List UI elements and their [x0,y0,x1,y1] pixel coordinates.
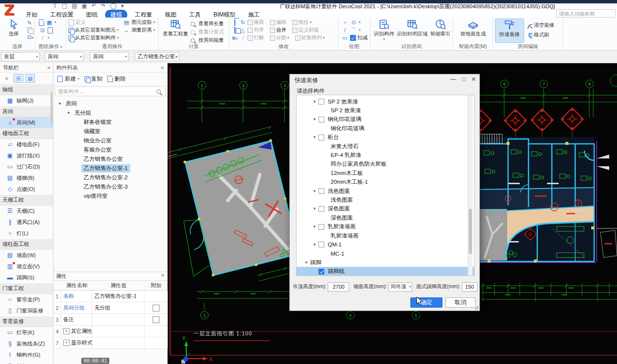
export-icon[interactable]: ⇧ [53,2,57,9]
paste-icon[interactable] [27,27,32,33]
arc-tool-icon[interactable]: ⌒ [350,27,357,34]
dialog-tree-row[interactable]: ▼ 同办公家具色防火胶板 [297,160,474,169]
dialog-tree-row[interactable]: ▼ 20mm木工板-1 [297,178,474,187]
open-folder-icon[interactable]: ▤ [71,2,77,9]
push-pull-button[interactable]: 推拉▾ [292,19,319,26]
sidebar-item[interactable]: 楼地面工程 [0,128,53,139]
split-button[interactable]: 分割▾ [270,35,294,41]
more-icon[interactable]: ▾ [121,2,124,9]
minimize-icon[interactable]: — [448,76,458,83]
dialog-tree-row[interactable]: ▼ 乳胶漆墙画 [297,222,474,231]
dialog-tree-row[interactable]: ▼ 浅色图案 [297,187,474,195]
offset-button[interactable]: 偏移 [270,19,291,26]
component-checkbox[interactable] [318,117,324,122]
dialog-tree-row[interactable]: ▼ EP-4 乳胶漆 [297,151,474,159]
new-component-button[interactable]: 新建▾ [57,75,80,83]
chevron-down-icon[interactable]: ▼ [313,225,318,229]
component-tree-row[interactable]: ▼ 财务收银室 [53,118,167,127]
ok-button[interactable]: 确定 [410,297,442,308]
component-checkbox[interactable] [318,206,324,212]
view-formula-button[interactable]: 查看计算式 [191,28,224,36]
recognize-component-button[interactable]: 识别构件▾ [372,18,396,43]
chevron-down-icon[interactable]: ▼ [313,117,318,121]
clear-decorate-button[interactable]: 清空装修 [526,21,554,29]
skirting-height-input[interactable] [462,282,477,292]
property-row[interactable]: 7 +显示样式 [53,337,167,349]
sidebar-item[interactable]: ▱ 楼地面(F) [0,139,53,150]
app-logo[interactable]: Z [4,1,15,18]
dialog-tree-row[interactable]: ▼ 乳胶漆墙画 [297,231,474,240]
define-button[interactable]: 定义 [69,18,119,26]
chevron-down-icon[interactable]: ▼ [313,100,318,104]
sidebar-item[interactable]: ⌂ 房间(M) [0,117,53,128]
new-file-icon[interactable]: ▢ [62,2,67,9]
sidebar-item[interactable]: 零星装修 [0,316,53,327]
component-tree-row[interactable]: ▼ 客服办公室 [53,145,167,155]
undo-icon[interactable]: ↶ [91,2,96,9]
sidebar-item[interactable]: § 装饰线条(Z) [0,338,53,349]
smart-index-button[interactable]: 智能索引 [428,18,453,43]
dialog-tree-row[interactable]: ▼ 浅色图案 [297,195,474,204]
wall-height-select[interactable]: 同吊顶▾ [388,282,413,292]
component-select[interactable]: 乙方销售办公室-▾ [135,52,179,61]
component-checkbox[interactable] [318,135,324,140]
component-checkbox[interactable] [318,188,324,194]
property-row[interactable]: 3 +备注 [53,314,167,326]
sidebar-item[interactable]: ▭ 灯带(K) [0,327,53,338]
redo-icon[interactable]: ↷ [101,2,106,9]
dialog-tree-row[interactable]: ▼ 踢脚线 [297,267,474,276]
property-row[interactable]: 4 +其它属性 [53,326,167,337]
sidebar-item[interactable]: ▥ 墙立面(V) [0,261,53,272]
search-icon[interactable] [157,89,161,94]
sidebar-item[interactable]: 天棚工程 [0,195,53,206]
chevron-down-icon[interactable]: ▼ [313,189,318,193]
component-tree-row[interactable]: ▼ 乙方销售办公室-2 [53,173,167,182]
property-row[interactable]: 1 +名称 乙方销售办公室-1 [53,291,167,302]
component-tree-row[interactable]: ▼ 乙方销售办公室-3 [53,182,167,191]
copy-component-button[interactable]: 复制 [85,75,103,83]
select-tool-button[interactable]: 选择 [0,18,27,43]
eyedropper-icon[interactable]: ✎ [27,20,34,26]
component-type-select[interactable]: 房间▾ [90,52,129,61]
component-search-input[interactable] [55,88,156,95]
property-row[interactable]: 2 +房间分组 无分组 [53,302,167,314]
dialog-scrollbar[interactable] [468,95,473,276]
modify-delete-icon[interactable] [234,19,235,26]
collapse-icon[interactable]: ≡ [2,74,12,83]
dialog-tree-row[interactable]: ▼ 踢脚 [297,258,474,267]
sidebar-item[interactable]: ▤ 楼梯(B) [0,173,53,184]
copy-elements-button[interactable]: 从其它层复制图元▾ [69,26,119,34]
copy-components-button[interactable]: 从其它层复制构件▾ [69,34,119,42]
dialog-tree-row[interactable]: ▼ 钢化印花玻璃 [297,124,474,133]
chevron-down-icon[interactable]: ▼ [313,207,318,211]
sidebar-item[interactable]: 房间 [0,106,53,117]
component-checkbox[interactable] [318,99,324,104]
sidebar-item[interactable]: Ⅲ 栏杆(R) [0,361,53,364]
component-checkbox[interactable] [318,242,324,247]
dialog-tree-row[interactable]: ▼ 深色图案 [297,213,474,222]
modify-copy-icon[interactable] [234,27,235,34]
expand-icon[interactable]: + [63,328,70,334]
ceiling-height-input[interactable] [328,282,349,292]
measure-distance-button[interactable]: ↔测量距离▾ [123,26,156,34]
sidebar-item[interactable]: ▦ 轴网(J) [0,95,53,106]
sidebar-item[interactable]: ▬ 踢脚(S) [0,272,53,283]
sidebar-item[interactable]: ○ 灯(L) [0,228,53,239]
table-filter-icon[interactable]: ⊡▾ [27,34,34,41]
dialog-tree-row[interactable]: ▼ SP 2 效果漆 [297,97,474,106]
sheet-doc-icon[interactable] [48,27,53,34]
dialog-tree-row[interactable]: ▼ 柜台 [297,133,474,142]
generate-by-floor-button[interactable]: 按地面生成 [458,18,489,43]
chevron-down-icon[interactable]: ▼ [304,260,310,265]
chevron-down-icon[interactable]: ▼ [58,102,63,106]
view-perimeter-button[interactable]: 查看周长量 [191,20,224,28]
dialog-tree-row[interactable]: ▼ 米黄大理石 [297,142,474,151]
expand-icon[interactable]: + [63,340,70,346]
sidebar-item[interactable]: ▯ 门窗洞装修 [0,305,53,316]
sidebar-item[interactable]: ◇ 点缀(O) [0,184,53,195]
deduct-checkbox[interactable] [350,35,356,41]
cancel-button[interactable]: 取消 [445,297,476,308]
point-tool-icon[interactable]: + [341,19,349,25]
chevron-down-icon[interactable]: ▼ [67,111,72,115]
quick-decorate-button[interactable]: 快速装修 [495,18,524,43]
